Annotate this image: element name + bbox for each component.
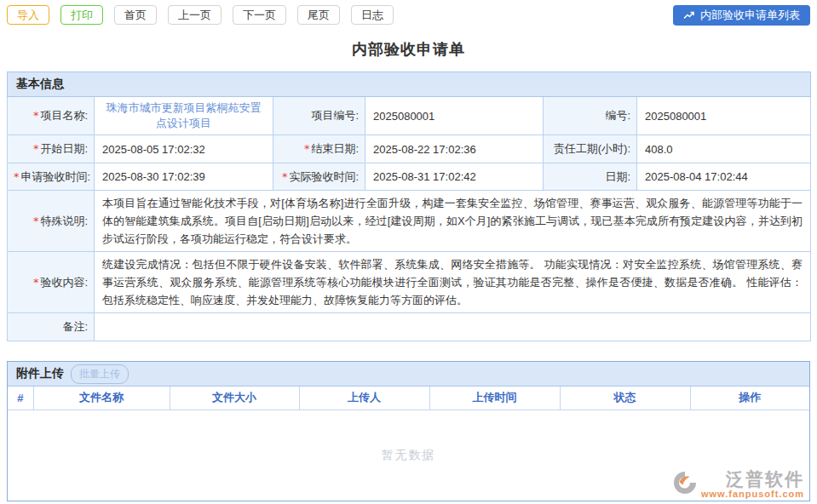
attachments-title: 附件上传	[16, 366, 64, 381]
vendor-watermark: 泛普软件 www.fanpusoft.com	[672, 470, 804, 499]
apply-accept-time-value: 2025-08-30 17:02:39	[95, 163, 273, 191]
project-name-link[interactable]: 珠海市城市更新项目紫桐苑安置点设计项目	[106, 101, 262, 129]
remark-value	[95, 313, 811, 341]
required-marker: *	[33, 142, 39, 155]
attachments-panel: 附件上传 批量上传 # 文件名称 文件大小 上传人 上传时间 状态 操作 暂无数…	[7, 361, 810, 501]
log-button[interactable]: 日志	[351, 5, 394, 25]
attachments-header: 附件上传 批量上传	[8, 362, 809, 387]
field-label-special-note: *特殊说明:	[8, 191, 95, 252]
field-label-duty-duration: 责任工期(小时):	[544, 135, 637, 163]
field-label-apply-accept-time: *申请验收时间:	[8, 163, 95, 191]
table-row: *项目名称: 珠海市城市更新项目紫桐苑安置点设计项目 项目编号: 2025080…	[8, 97, 811, 135]
next-page-button[interactable]: 下一页	[233, 5, 286, 25]
start-date-value: 2025-08-05 17:02:32	[95, 135, 273, 163]
attach-col-index: #	[8, 387, 33, 410]
field-label-project-name: *项目名称:	[8, 97, 95, 135]
table-row: 备注:	[8, 313, 811, 341]
acceptance-content-value: 统建设完成情况：包括但不限于硬件设备安装、软件部署、系统集成、网络安全措施等。 …	[102, 255, 803, 309]
attachments-table: # 文件名称 文件大小 上传人 上传时间 状态 操作	[8, 387, 809, 410]
required-marker: *	[304, 142, 310, 155]
attach-col-file-name: 文件名称	[33, 387, 170, 410]
empty-data-text: 暂无数据	[8, 448, 809, 463]
vendor-text: 泛普软件 www.fanpusoft.com	[701, 470, 804, 499]
required-marker: *	[33, 109, 39, 122]
field-label-code: 编号:	[544, 97, 637, 135]
special-note-value: 本项目旨在通过智能化技术手段，对[体育场名称]进行全面升级，构建一套集安全监控、…	[102, 194, 803, 248]
prev-page-button[interactable]: 上一页	[168, 5, 222, 25]
attach-col-actions: 操作	[690, 387, 809, 410]
end-date-value: 2025-08-22 17:02:36	[365, 135, 544, 163]
project-code-value: 2025080001	[365, 97, 544, 135]
basic-info-panel: 基本信息 *项目名称: 珠海市城市更新项目紫桐苑安置点设计项目 项目编号: 20…	[7, 72, 810, 341]
field-label-acceptance-content: *验收内容:	[8, 252, 95, 313]
field-label-start-date: *开始日期:	[8, 135, 95, 163]
field-label-date: 日期:	[544, 163, 637, 191]
field-label-end-date: *结束日期:	[273, 135, 365, 163]
table-row: *开始日期: 2025-08-05 17:02:32 *结束日期: 2025-0…	[8, 135, 811, 163]
actual-accept-time-value: 2025-08-31 17:02:42	[365, 163, 544, 191]
print-button[interactable]: 打印	[60, 5, 103, 25]
vendor-url: www.fanpusoft.com	[701, 490, 804, 499]
basic-info-section-title: 基本信息	[8, 72, 811, 97]
attach-col-status: 状态	[560, 387, 690, 410]
last-page-button[interactable]: 尾页	[297, 5, 340, 25]
basic-info-table: 基本信息 *项目名称: 珠海市城市更新项目紫桐苑安置点设计项目 项目编号: 20…	[7, 72, 811, 341]
acceptance-list-button-label: 内部验收申请单列表	[700, 8, 800, 23]
batch-upload-button[interactable]: 批量上传	[71, 364, 129, 384]
toolbar: 导入 打印 首页 上一页 下一页 尾页 日志 内部验收申请单列表	[0, 0, 817, 26]
fanpu-logo-icon	[672, 470, 698, 499]
acceptance-list-button[interactable]: 内部验收申请单列表	[673, 5, 810, 26]
attach-col-file-size: 文件大小	[170, 387, 299, 410]
table-row: *验收内容: 统建设完成情况：包括但不限于硬件设备安装、软件部署、系统集成、网络…	[8, 252, 811, 313]
attach-col-uploader: 上传人	[299, 387, 429, 410]
attach-col-upload-time: 上传时间	[429, 387, 560, 410]
required-marker: *	[33, 215, 39, 227]
vendor-brand: 泛普软件	[726, 470, 804, 488]
required-marker: *	[33, 276, 39, 289]
first-page-button[interactable]: 首页	[114, 5, 157, 25]
required-marker: *	[14, 170, 20, 183]
trend-up-icon	[683, 10, 695, 20]
table-row: *特殊说明: 本项目旨在通过智能化技术手段，对[体育场名称]进行全面升级，构建一…	[8, 191, 811, 252]
page-title: 内部验收申请单	[0, 39, 817, 60]
duty-duration-value: 408.0	[637, 135, 811, 163]
internal-acceptance-form-page: 导入 打印 首页 上一页 下一页 尾页 日志 内部验收申请单列表 内部验收申请单	[0, 0, 817, 504]
import-button[interactable]: 导入	[7, 5, 49, 25]
attachments-empty-area: 暂无数据 泛普软件 www.fanpusoft.com	[8, 410, 809, 501]
field-label-remark: 备注:	[8, 313, 95, 341]
required-marker: *	[282, 170, 288, 183]
code-value: 2025080001	[637, 97, 811, 135]
field-label-project-code: 项目编号:	[273, 97, 365, 135]
field-label-actual-accept-time: *实际验收时间:	[273, 163, 365, 191]
date-value: 2025-08-04 17:02:44	[637, 163, 811, 191]
table-row: *申请验收时间: 2025-08-30 17:02:39 *实际验收时间: 20…	[8, 163, 811, 191]
